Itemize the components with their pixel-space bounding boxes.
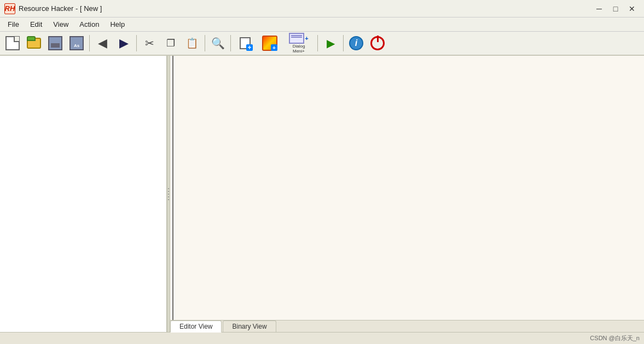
title-text: Resource Hacker - [ New ] <box>19 4 102 13</box>
new-file-button[interactable] <box>2 33 23 53</box>
splitter-dot <box>168 199 169 200</box>
binary-view-tab[interactable]: Binary View <box>223 320 276 332</box>
splitter-dot <box>168 196 169 197</box>
status-bar: CSDN @白乐天_n <box>0 332 644 344</box>
plus-badge-img: + <box>271 44 277 51</box>
menu-file[interactable]: File <box>2 19 25 30</box>
menu-view[interactable]: View <box>48 19 74 30</box>
editor-panel: Editor View Binary View <box>170 56 644 332</box>
menu-action[interactable]: Action <box>74 19 105 30</box>
toolbar-sep-5 <box>317 35 318 51</box>
status-text: CSDN @白乐天_n <box>590 334 640 342</box>
open-file-button[interactable] <box>24 33 44 53</box>
run-button[interactable]: ▶ <box>320 33 341 53</box>
maximize-button[interactable]: □ <box>608 3 623 15</box>
new-icon <box>5 36 20 50</box>
copy-icon: ❐ <box>166 37 175 49</box>
save-icon <box>48 36 62 50</box>
title-bar: RH Resource Hacker - [ New ] ─ □ ✕ <box>0 0 644 18</box>
add-image-button[interactable]: + <box>258 33 282 53</box>
menu-bar: File Edit View Action Help <box>0 18 644 32</box>
editor-view-tab[interactable]: Editor View <box>170 320 222 333</box>
toolbar-sep-2 <box>136 35 137 51</box>
toolbar-sep-3 <box>205 35 205 51</box>
copy-button[interactable]: ❐ <box>160 33 181 53</box>
splitter-dot <box>168 188 169 189</box>
dialog-line-2 <box>291 37 302 38</box>
dialog-box-icon <box>289 33 304 44</box>
save-file-button[interactable] <box>45 33 66 53</box>
save-as-icon: As <box>69 36 84 50</box>
power-icon <box>370 36 385 50</box>
info-icon: i <box>349 36 363 50</box>
add-image-icon: + <box>262 36 277 51</box>
dialog-editor-button[interactable]: + DialogMeni+ <box>282 33 315 53</box>
export-button[interactable]: ▶ <box>113 33 134 53</box>
title-controls: ─ □ ✕ <box>591 3 640 15</box>
splitter-dot <box>168 194 169 195</box>
exit-button[interactable] <box>367 33 388 53</box>
toolbar-sep-4 <box>230 35 231 51</box>
dialog-editor-icon: + DialogMeni+ <box>289 33 308 54</box>
main-content: Editor View Binary View <box>0 56 644 332</box>
add-script-button[interactable]: + <box>233 33 257 53</box>
find-icon: 🔍 <box>211 37 225 50</box>
toolbar-sep-1 <box>89 35 90 51</box>
export-icon: ▶ <box>119 36 129 50</box>
toolbar-sep-6 <box>343 35 344 51</box>
open-icon <box>27 38 41 49</box>
dialog-line-1 <box>291 35 302 36</box>
toolbar: As ◀ ▶ ✂ ❐ 📋 🔍 + + <box>0 32 644 56</box>
plus-badge: + <box>246 44 253 51</box>
paste-icon: 📋 <box>186 37 198 49</box>
find-button[interactable]: 🔍 <box>207 33 228 53</box>
dialog-label: DialogMeni+ <box>293 44 305 54</box>
add-script-icon: + <box>237 36 253 51</box>
paste-button[interactable]: 📋 <box>182 33 202 53</box>
menu-edit[interactable]: Edit <box>25 19 48 30</box>
editor-area[interactable] <box>170 56 644 320</box>
dialog-plus-icon: + <box>305 35 308 42</box>
app-logo: RH <box>4 3 15 14</box>
save-as-button[interactable]: As <box>66 33 87 53</box>
cursor-line <box>172 56 173 320</box>
import-icon: ◀ <box>98 36 107 50</box>
play-icon: ▶ <box>327 37 335 50</box>
import-button[interactable]: ◀ <box>92 33 113 53</box>
minimize-button[interactable]: ─ <box>591 3 607 15</box>
splitter-dot <box>168 191 169 192</box>
bottom-tabs: Editor View Binary View <box>170 320 644 332</box>
menu-help[interactable]: Help <box>105 19 130 30</box>
about-button[interactable]: i <box>346 33 367 53</box>
splitter-handle <box>168 188 169 200</box>
resource-tree-panel[interactable] <box>0 56 167 332</box>
close-button[interactable]: ✕ <box>624 3 640 15</box>
title-left: RH Resource Hacker - [ New ] <box>4 3 102 14</box>
cut-button[interactable]: ✂ <box>139 33 160 53</box>
scissors-icon: ✂ <box>145 37 154 50</box>
